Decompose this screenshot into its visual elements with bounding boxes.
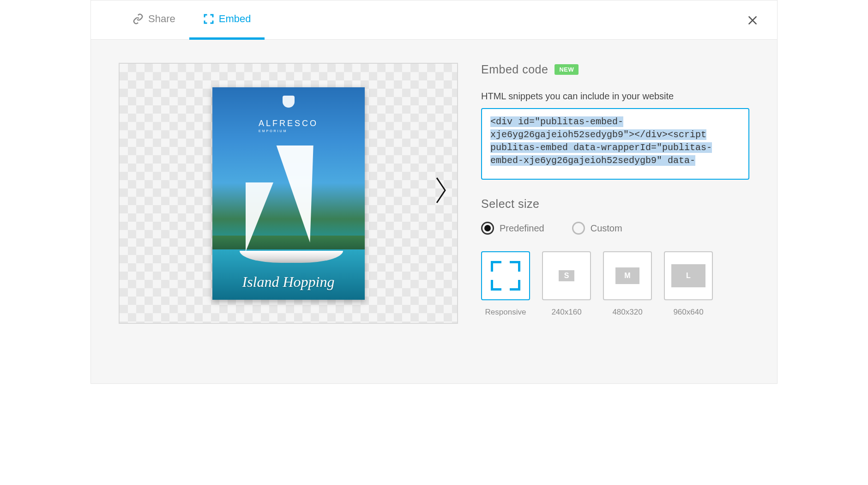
size-label-large: 960x640 [673,308,703,317]
radio-predefined-label: Predefined [500,223,544,234]
size-card-small[interactable]: S [542,251,591,300]
responsive-icon [491,261,520,291]
close-icon [747,14,759,26]
tab-embed-label: Embed [219,13,251,25]
close-button[interactable] [747,14,759,29]
crest-icon [283,96,295,108]
size-option-medium: M 480x320 [603,251,652,317]
chevron-right-icon [434,176,448,204]
publication-brand-sub: EMPORIUM [259,129,318,133]
size-option-small: S 240x160 [542,251,591,317]
size-options: Responsive S 240x160 M 480x320 L 960x640 [481,251,749,317]
radio-custom[interactable]: Custom [572,222,622,235]
size-card-medium[interactable]: M [603,251,652,300]
size-label-small: 240x160 [551,308,581,317]
embed-code-textarea[interactable]: <div id="publitas-embed-xje6yg26gajeioh5… [481,108,749,180]
radio-icon-unchecked [572,222,585,235]
embed-heading-row: Embed code NEW [481,63,749,76]
modal-header: Share Embed [91,0,777,40]
modal-body: ALFRESCO EMPORIUM Island Hopping Embed c… [91,40,777,383]
embed-code-text: <div id="publitas-embed-xje6yg26gajeioh5… [490,116,712,166]
size-s-icon: S [559,270,574,281]
publication-title: Island Hopping [212,273,365,291]
size-mode-radios: Predefined Custom [481,222,749,235]
tab-share-label: Share [148,13,175,25]
size-l-icon: L [671,264,705,287]
publication-logo: ALFRESCO EMPORIUM [259,96,318,133]
select-size-heading: Select size [481,197,749,211]
embed-subtitle: HTML snippets you can include in your we… [481,91,749,102]
next-page-button[interactable] [434,176,448,211]
new-badge: NEW [555,64,579,75]
radio-icon-checked [481,222,494,235]
radio-predefined[interactable]: Predefined [481,222,544,235]
size-label-medium: 480x320 [612,308,642,317]
embed-panel: Embed code NEW HTML snippets you can inc… [481,63,749,360]
embed-heading: Embed code [481,63,548,76]
link-icon [133,13,144,24]
size-option-responsive: Responsive [481,251,530,317]
size-option-large: L 960x640 [664,251,713,317]
publication-brand: ALFRESCO [259,119,318,128]
size-label-responsive: Responsive [485,308,526,317]
tab-share[interactable]: Share [119,0,189,40]
preview-pane: ALFRESCO EMPORIUM Island Hopping [119,63,458,324]
radio-custom-label: Custom [591,223,622,234]
tab-embed[interactable]: Embed [189,0,265,40]
embed-icon [203,13,214,24]
size-card-large[interactable]: L [664,251,713,300]
publication-preview[interactable]: ALFRESCO EMPORIUM Island Hopping [212,87,365,300]
size-m-icon: M [615,267,639,284]
size-card-responsive[interactable] [481,251,530,300]
